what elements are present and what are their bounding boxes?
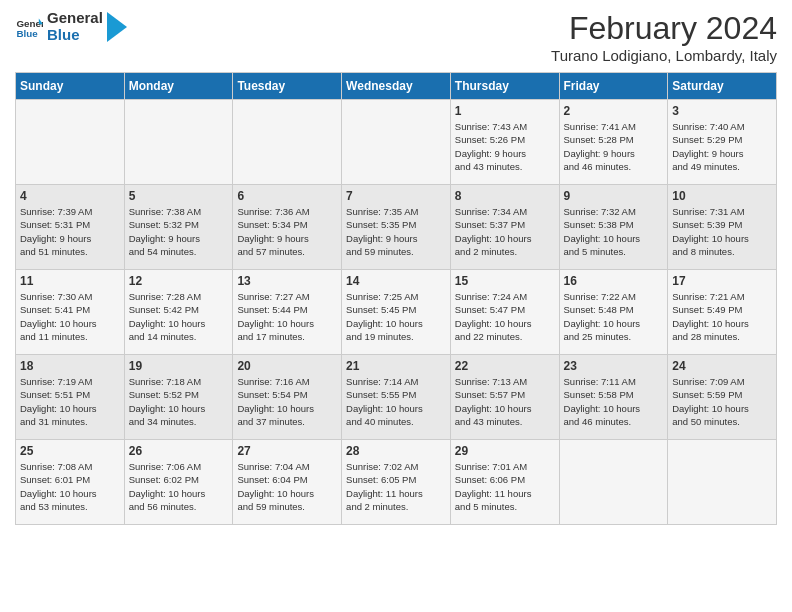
day-info: Sunrise: 7:06 AM Sunset: 6:02 PM Dayligh…	[129, 460, 229, 513]
calendar-cell: 24Sunrise: 7:09 AM Sunset: 5:59 PM Dayli…	[668, 355, 777, 440]
day-number: 5	[129, 189, 229, 203]
calendar-cell	[668, 440, 777, 525]
calendar-cell: 17Sunrise: 7:21 AM Sunset: 5:49 PM Dayli…	[668, 270, 777, 355]
day-info: Sunrise: 7:19 AM Sunset: 5:51 PM Dayligh…	[20, 375, 120, 428]
header: General Blue General Blue February 2024 …	[15, 10, 777, 64]
logo-arrow-icon	[107, 12, 127, 42]
day-info: Sunrise: 7:40 AM Sunset: 5:29 PM Dayligh…	[672, 120, 772, 173]
sub-title: Turano Lodigiano, Lombardy, Italy	[551, 47, 777, 64]
day-info: Sunrise: 7:28 AM Sunset: 5:42 PM Dayligh…	[129, 290, 229, 343]
day-info: Sunrise: 7:36 AM Sunset: 5:34 PM Dayligh…	[237, 205, 337, 258]
calendar-cell	[559, 440, 668, 525]
calendar-cell: 19Sunrise: 7:18 AM Sunset: 5:52 PM Dayli…	[124, 355, 233, 440]
calendar-cell	[342, 100, 451, 185]
day-info: Sunrise: 7:31 AM Sunset: 5:39 PM Dayligh…	[672, 205, 772, 258]
calendar-cell: 2Sunrise: 7:41 AM Sunset: 5:28 PM Daylig…	[559, 100, 668, 185]
calendar-cell: 18Sunrise: 7:19 AM Sunset: 5:51 PM Dayli…	[16, 355, 125, 440]
day-number: 15	[455, 274, 555, 288]
day-info: Sunrise: 7:14 AM Sunset: 5:55 PM Dayligh…	[346, 375, 446, 428]
day-number: 11	[20, 274, 120, 288]
day-info: Sunrise: 7:32 AM Sunset: 5:38 PM Dayligh…	[564, 205, 664, 258]
day-header-saturday: Saturday	[668, 73, 777, 100]
day-number: 12	[129, 274, 229, 288]
day-info: Sunrise: 7:39 AM Sunset: 5:31 PM Dayligh…	[20, 205, 120, 258]
calendar-cell: 22Sunrise: 7:13 AM Sunset: 5:57 PM Dayli…	[450, 355, 559, 440]
calendar-cell: 3Sunrise: 7:40 AM Sunset: 5:29 PM Daylig…	[668, 100, 777, 185]
day-number: 22	[455, 359, 555, 373]
day-info: Sunrise: 7:41 AM Sunset: 5:28 PM Dayligh…	[564, 120, 664, 173]
calendar-cell: 5Sunrise: 7:38 AM Sunset: 5:32 PM Daylig…	[124, 185, 233, 270]
calendar-week-4: 18Sunrise: 7:19 AM Sunset: 5:51 PM Dayli…	[16, 355, 777, 440]
day-header-sunday: Sunday	[16, 73, 125, 100]
calendar-week-2: 4Sunrise: 7:39 AM Sunset: 5:31 PM Daylig…	[16, 185, 777, 270]
day-number: 13	[237, 274, 337, 288]
day-number: 4	[20, 189, 120, 203]
calendar-cell: 20Sunrise: 7:16 AM Sunset: 5:54 PM Dayli…	[233, 355, 342, 440]
calendar-week-5: 25Sunrise: 7:08 AM Sunset: 6:01 PM Dayli…	[16, 440, 777, 525]
day-number: 26	[129, 444, 229, 458]
day-info: Sunrise: 7:35 AM Sunset: 5:35 PM Dayligh…	[346, 205, 446, 258]
calendar-cell: 26Sunrise: 7:06 AM Sunset: 6:02 PM Dayli…	[124, 440, 233, 525]
day-info: Sunrise: 7:11 AM Sunset: 5:58 PM Dayligh…	[564, 375, 664, 428]
day-header-tuesday: Tuesday	[233, 73, 342, 100]
calendar-cell: 13Sunrise: 7:27 AM Sunset: 5:44 PM Dayli…	[233, 270, 342, 355]
day-info: Sunrise: 7:22 AM Sunset: 5:48 PM Dayligh…	[564, 290, 664, 343]
day-info: Sunrise: 7:25 AM Sunset: 5:45 PM Dayligh…	[346, 290, 446, 343]
calendar-cell: 21Sunrise: 7:14 AM Sunset: 5:55 PM Dayli…	[342, 355, 451, 440]
day-number: 3	[672, 104, 772, 118]
day-number: 2	[564, 104, 664, 118]
calendar-cell	[16, 100, 125, 185]
calendar-cell	[233, 100, 342, 185]
calendar-cell: 8Sunrise: 7:34 AM Sunset: 5:37 PM Daylig…	[450, 185, 559, 270]
day-number: 10	[672, 189, 772, 203]
day-info: Sunrise: 7:43 AM Sunset: 5:26 PM Dayligh…	[455, 120, 555, 173]
calendar-cell: 28Sunrise: 7:02 AM Sunset: 6:05 PM Dayli…	[342, 440, 451, 525]
day-number: 25	[20, 444, 120, 458]
day-header-thursday: Thursday	[450, 73, 559, 100]
calendar-cell: 7Sunrise: 7:35 AM Sunset: 5:35 PM Daylig…	[342, 185, 451, 270]
day-header-friday: Friday	[559, 73, 668, 100]
day-number: 21	[346, 359, 446, 373]
logo-general: General	[47, 10, 103, 27]
calendar-week-3: 11Sunrise: 7:30 AM Sunset: 5:41 PM Dayli…	[16, 270, 777, 355]
calendar-cell: 10Sunrise: 7:31 AM Sunset: 5:39 PM Dayli…	[668, 185, 777, 270]
calendar-cell: 25Sunrise: 7:08 AM Sunset: 6:01 PM Dayli…	[16, 440, 125, 525]
calendar-cell: 9Sunrise: 7:32 AM Sunset: 5:38 PM Daylig…	[559, 185, 668, 270]
logo: General Blue General Blue	[15, 10, 127, 43]
day-number: 8	[455, 189, 555, 203]
day-number: 27	[237, 444, 337, 458]
day-number: 1	[455, 104, 555, 118]
main-title: February 2024	[551, 10, 777, 47]
day-info: Sunrise: 7:01 AM Sunset: 6:06 PM Dayligh…	[455, 460, 555, 513]
day-info: Sunrise: 7:04 AM Sunset: 6:04 PM Dayligh…	[237, 460, 337, 513]
day-number: 16	[564, 274, 664, 288]
svg-text:Blue: Blue	[16, 27, 38, 38]
calendar-cell: 11Sunrise: 7:30 AM Sunset: 5:41 PM Dayli…	[16, 270, 125, 355]
day-number: 9	[564, 189, 664, 203]
day-number: 19	[129, 359, 229, 373]
day-info: Sunrise: 7:18 AM Sunset: 5:52 PM Dayligh…	[129, 375, 229, 428]
day-number: 14	[346, 274, 446, 288]
day-number: 23	[564, 359, 664, 373]
logo-icon: General Blue	[15, 13, 43, 41]
day-header-wednesday: Wednesday	[342, 73, 451, 100]
calendar-cell: 15Sunrise: 7:24 AM Sunset: 5:47 PM Dayli…	[450, 270, 559, 355]
svg-marker-3	[107, 12, 127, 42]
day-number: 29	[455, 444, 555, 458]
day-number: 6	[237, 189, 337, 203]
day-number: 28	[346, 444, 446, 458]
day-info: Sunrise: 7:09 AM Sunset: 5:59 PM Dayligh…	[672, 375, 772, 428]
calendar-cell: 4Sunrise: 7:39 AM Sunset: 5:31 PM Daylig…	[16, 185, 125, 270]
day-info: Sunrise: 7:13 AM Sunset: 5:57 PM Dayligh…	[455, 375, 555, 428]
calendar-cell: 1Sunrise: 7:43 AM Sunset: 5:26 PM Daylig…	[450, 100, 559, 185]
day-info: Sunrise: 7:16 AM Sunset: 5:54 PM Dayligh…	[237, 375, 337, 428]
logo-blue: Blue	[47, 27, 103, 44]
calendar-week-1: 1Sunrise: 7:43 AM Sunset: 5:26 PM Daylig…	[16, 100, 777, 185]
calendar-cell: 29Sunrise: 7:01 AM Sunset: 6:06 PM Dayli…	[450, 440, 559, 525]
day-info: Sunrise: 7:27 AM Sunset: 5:44 PM Dayligh…	[237, 290, 337, 343]
day-number: 17	[672, 274, 772, 288]
calendar-cell: 27Sunrise: 7:04 AM Sunset: 6:04 PM Dayli…	[233, 440, 342, 525]
day-number: 7	[346, 189, 446, 203]
day-info: Sunrise: 7:38 AM Sunset: 5:32 PM Dayligh…	[129, 205, 229, 258]
calendar-cell: 14Sunrise: 7:25 AM Sunset: 5:45 PM Dayli…	[342, 270, 451, 355]
